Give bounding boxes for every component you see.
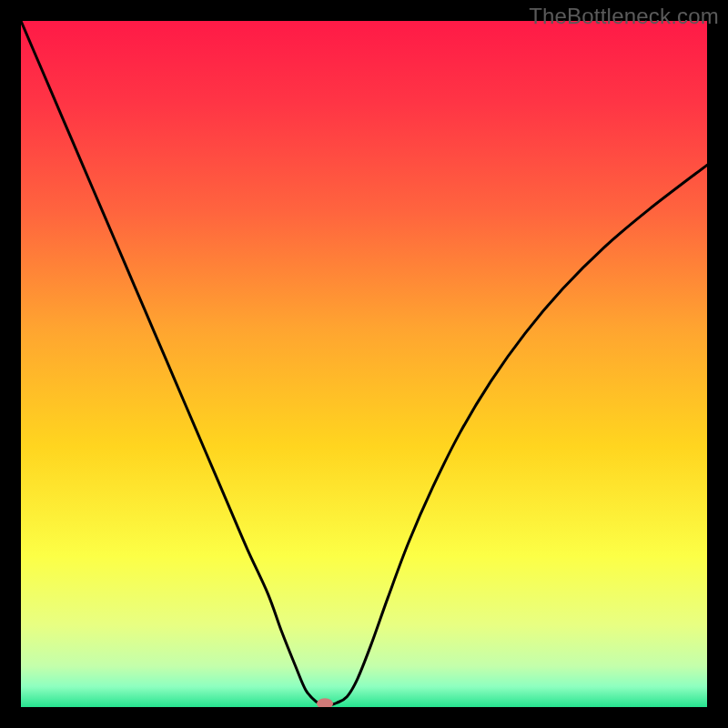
chart-svg (21, 21, 707, 707)
watermark-text: TheBottleneck.com (529, 4, 719, 29)
chart-frame: TheBottleneck.com (0, 0, 728, 728)
gradient-background (21, 21, 707, 707)
plot-area (21, 21, 707, 707)
